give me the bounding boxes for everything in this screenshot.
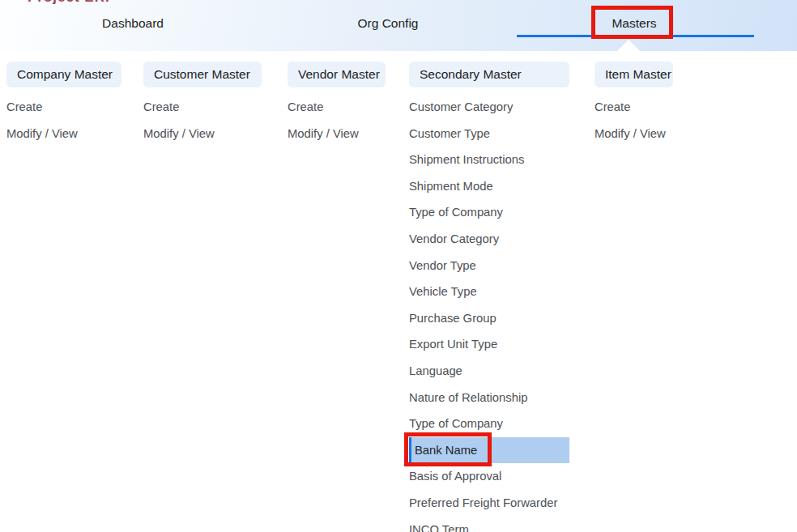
masters-mega-menu: Company MasterCreateModify / ViewCustome… [0,51,797,532]
menu-item-type-of-company[interactable]: Type of Company [409,199,569,226]
brand-logo: Project ERP [28,0,133,6]
top-navigation: Project ERP Dashboard Org Config Masters [0,0,797,51]
menu-item-modify-view[interactable]: Modify / View [6,121,121,147]
menu-item-create[interactable]: Create [288,94,386,121]
menu-item-vendor-type[interactable]: Vendor Type [409,253,569,279]
menu-item-export-unit-type[interactable]: Export Unit Type [409,331,569,358]
menu-item-create[interactable]: Create [595,94,673,121]
menu-item-shipment-mode[interactable]: Shipment Mode [409,173,569,200]
brand-logo-text-partial: Project ERP [28,0,133,6]
menu-column-header: Company Master [6,62,121,87]
menu-column-items: CreateModify / View [143,94,262,147]
menu-column-header: Customer Master [143,62,262,87]
menu-item-customer-type[interactable]: Customer Type [409,121,569,147]
menu-item-modify-view[interactable]: Modify / View [595,121,673,147]
menu-item-inco-term[interactable]: INCO Term [409,517,569,532]
active-tab-indicator [517,35,754,37]
tab-masters[interactable]: Masters [612,15,656,32]
menu-column-header: Vendor Master [288,62,386,87]
menu-item-preferred-freight-forwarder[interactable]: Preferred Freight Forwarder [409,490,569,517]
menu-item-nature-of-relationship[interactable]: Nature of Relationship [409,385,569,411]
tab-dashboard[interactable]: Dashboard [102,15,164,32]
menu-column-items: CreateModify / View [595,94,673,147]
menu-item-purchase-group[interactable]: Purchase Group [409,305,569,332]
tab-org-config[interactable]: Org Config [358,15,419,32]
menu-item-modify-view[interactable]: Modify / View [143,121,262,147]
menu-column-items: CreateModify / View [6,94,121,147]
menu-item-language[interactable]: Language [409,358,569,385]
menu-item-create[interactable]: Create [6,94,121,121]
menu-column-vendor-master: Vendor MasterCreateModify / View [288,62,386,147]
menu-pointer-triangle-icon [617,40,640,51]
menu-item-vehicle-type[interactable]: Vehicle Type [409,279,569,305]
menu-item-customer-category[interactable]: Customer Category [409,94,569,121]
menu-column-customer-master: Customer MasterCreateModify / View [143,62,262,147]
menu-column-items: Customer CategoryCustomer TypeShipment I… [409,94,569,532]
menu-column-secondary-master: Secondary MasterCustomer CategoryCustome… [409,62,569,532]
menu-column-header: Secondary Master [409,62,569,87]
menu-column-header: Item Master [595,62,673,87]
menu-item-bank-name[interactable]: Bank Name [409,437,569,464]
menu-column-item-master: Item MasterCreateModify / View [595,62,673,147]
menu-item-create[interactable]: Create [143,94,262,121]
menu-item-vendor-category[interactable]: Vendor Category [409,226,569,253]
menu-item-modify-view[interactable]: Modify / View [288,121,386,147]
menu-item-type-of-company[interactable]: Type of Company [409,411,569,437]
screen: Project ERP Dashboard Org Config Masters… [0,0,797,532]
menu-item-basis-of-approval[interactable]: Basis of Approval [409,463,569,490]
menu-column-company-master: Company MasterCreateModify / View [6,62,121,147]
menu-column-items: CreateModify / View [288,94,386,147]
menu-item-shipment-instructions[interactable]: Shipment Instructions [409,147,569,173]
